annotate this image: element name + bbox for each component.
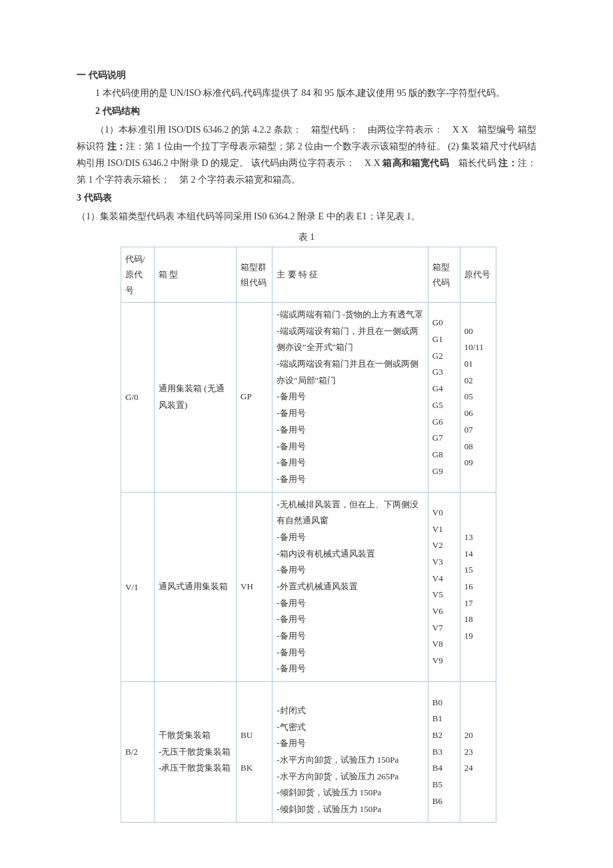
table-header-row: 代码/原代号 箱 型 箱型群组代码 主 要 特 征 箱型代码 原代号 [121,247,496,302]
th-group: 箱型群组代码 [237,247,273,302]
cell-code: G/0 [121,303,155,493]
structure-2-note-label: 注： [498,158,517,168]
document-page: 一 代码说明 1 本代码使用的是 UN/ISO 标准代码,代码库提供了 84 和… [77,0,536,849]
th-type: 箱 型 [155,247,237,302]
cell-orig: 00 10/11 01 02 05 06 07 08 09 [460,303,496,493]
cell-type: 通风式通用集装箱 [155,492,237,682]
cell-typecodes: V0 V1 V2 V3 V4 V5 V6 V7 V8 V9 [428,492,460,682]
cell-typecodes: B0 B1 B2 B3 B4 B5 B6 [428,682,460,823]
cell-features: -无机械排风装置，但在上、下两侧没有自然通风窗 -备用号 -箱内设有机械式通风装… [273,492,428,682]
structure-1-note: 注：第 1 位由一个拉丁字母表示箱型；第 2 位由一个数字表示该箱型的特征。 [126,141,446,151]
cell-orig: 13 14 15 16 17 18 19 [460,492,496,682]
heading-code-table: 3 代码表 [77,189,536,206]
cell-code: B/2 [121,682,155,823]
paragraph-table-intro: （1）集装箱类型代码表 本组代码等同采用 IS0 6364.2 附录 E 中的表… [77,208,536,225]
structure-1-note-label: 注： [107,141,126,151]
th-orig: 原代号 [460,247,496,302]
structure-2-bold: 箱高和箱宽代码 [382,158,448,168]
cell-features: -封闭式 -气密式 -备用号 -水平方向卸货，试验压力 150Pa -水平方向卸… [273,682,428,823]
cell-group: VH [237,492,273,682]
cell-group: GP [237,303,273,493]
cell-orig: 20 23 24 [460,682,496,823]
cell-typecodes: G0 G1 G2 G3 G4 G5 G6 G7 G8 G9 [428,303,460,493]
table-row: V/1 通风式通用集装箱 VH -无机械排风装置，但在上、下两侧没有自然通风窗 … [121,492,496,682]
cell-features: -端或两端有箱门 -货物的上方有透气罩 -端或两端设有箱门，并且在一侧或两侧亦设… [273,303,428,493]
cell-type: 干散货集装箱 -无压干散货集装箱 -承压干散货集装箱 [155,682,237,823]
th-features: 主 要 特 征 [273,247,428,302]
container-type-table: 代码/原代号 箱 型 箱型群组代码 主 要 特 征 箱型代码 原代号 G/0 通… [121,247,496,823]
cell-code: V/1 [121,492,155,682]
paragraph-code-usage: 1 本代码使用的是 UN/ISO 标准代码,代码库提供了 84 和 95 版本,… [77,85,536,101]
table-row: B/2 干散货集装箱 -无压干散货集装箱 -承压干散货集装箱 BU BK -封闭… [121,682,496,823]
cell-type: 通用集装箱 (无通风装置) [155,303,237,493]
th-code: 代码/原代号 [121,247,155,302]
th-typecode: 箱型代码 [428,247,460,302]
paragraph-structure-1: （1）本标准引用 ISO/DIS 6346.2 的第 4.2.2 条款： 箱型代… [77,121,536,189]
heading-code-explanation: 一 代码说明 [77,67,536,83]
table-row: G/0 通用集装箱 (无通风装置) GP -端或两端有箱门 -货物的上方有透气罩… [121,303,496,493]
cell-group: BU BK [237,682,273,823]
structure-2-tail: 箱长代码 [449,158,499,168]
heading-code-structure: 2 代码结构 [77,103,536,119]
table-caption: 表 1 [77,229,536,245]
